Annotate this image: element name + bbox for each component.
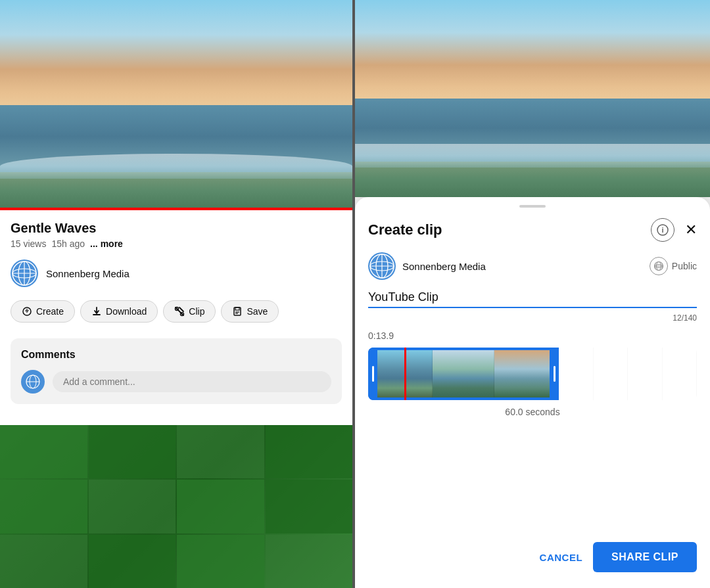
green-block-4 [266,425,353,478]
inactive-frame-2 [594,348,628,400]
modal-channel-left: Sonnenberg Media [368,252,486,280]
green-blocks [0,425,352,588]
share-clip-button[interactable]: SHARE CLIP [593,542,697,572]
comments-title: Comments [21,349,331,361]
timeline-bg [368,348,697,400]
modal-channel-avatar-icon [368,252,396,280]
channel-avatar[interactable] [11,260,38,287]
create-label: Create [36,306,64,317]
waves-left [0,154,352,179]
modal-channel-row: Sonnenberg Media Public [355,247,710,288]
comment-input-row [21,370,331,394]
create-icon [22,306,32,317]
create-clip-modal: Create clip i ✕ [355,197,710,588]
info-button[interactable]: i [651,218,674,242]
view-count: 15 views [11,238,46,249]
visibility-label: Public [672,261,697,271]
video-title: Gentle Waves [11,221,342,236]
green-block-5 [0,480,87,533]
right-panel: Create clip i ✕ [355,0,710,588]
save-icon [232,306,243,317]
green-block-12 [266,535,353,588]
timeline-frame-1 [371,350,433,397]
timeline-frames [371,350,556,397]
left-panel: Gentle Waves 15 views 15h ago ... more S… [0,0,355,588]
inactive-frame-1 [559,348,594,400]
svg-text:i: i [661,226,663,234]
upload-time: 15h ago [51,238,85,249]
handle-bar-left [372,366,374,382]
left-content: Gentle Waves 15 views 15h ago ... more S… [0,210,352,425]
download-label: Download [106,306,147,317]
clip-icon [174,306,185,317]
modal-header-icons: i ✕ [651,218,697,242]
timeline-left-handle[interactable] [368,348,377,400]
clip-timestamp: 0:13.9 [355,330,710,341]
timeline-right-handle[interactable] [550,348,559,400]
green-block-9 [0,535,87,588]
green-block-6 [89,480,176,533]
clip-title-wrapper [368,288,697,308]
green-block-2 [89,425,176,478]
svg-line-10 [179,307,183,311]
modal-header: Create clip i ✕ [355,208,710,247]
commenter-avatar-icon [25,374,41,390]
inactive-frame-4 [663,348,698,400]
modal-title: Create clip [368,221,442,238]
action-buttons: Create Download Clip [11,300,342,323]
video-meta: 15 views 15h ago ... more [11,238,342,249]
waves-right [355,144,710,168]
green-block-10 [89,535,176,588]
close-button[interactable]: ✕ [685,221,697,238]
channel-avatar-icon [11,260,38,287]
green-block-1 [0,425,87,478]
timeline-frame-3 [494,350,556,397]
timeline-active [368,348,559,400]
green-block-7 [177,480,264,533]
char-count: 12/140 [368,313,697,323]
save-button[interactable]: Save [221,300,279,323]
video-thumbnail-right[interactable] [355,0,710,197]
duration-label: 60.0 seconds [368,407,697,417]
handle-bar-right [554,366,556,382]
save-label: Save [247,306,268,317]
green-block-11 [177,535,264,588]
visibility-icon [650,257,668,275]
clip-title-input[interactable] [368,288,697,307]
timeline-frame-2 [433,350,494,397]
download-icon [91,306,102,317]
timeline-playhead [404,348,406,400]
modal-footer: CANCEL SHARE CLIP [355,529,710,588]
commenter-avatar [21,370,45,394]
timeline-inactive [559,348,697,400]
modal-channel-avatar [368,252,396,280]
info-icon: i [657,224,669,236]
clip-label: Clip [189,306,204,317]
more-link[interactable]: ... more [90,238,123,249]
channel-row: Sonnenberg Media [11,260,342,287]
progress-bar-left [0,208,352,210]
comments-section: Comments [11,338,342,404]
comment-input[interactable] [53,371,331,392]
video-thumbnail-left[interactable] [0,0,352,210]
channel-name-left: Sonnenberg Media [46,268,130,279]
timeline-scrubber[interactable] [368,348,697,400]
cancel-button[interactable]: CANCEL [540,552,583,563]
green-block-8 [266,480,353,533]
sky-bg-left [0,0,352,116]
visibility-row: Public [650,257,697,275]
modal-channel-name: Sonnenberg Media [402,261,486,272]
create-button[interactable]: Create [11,300,75,323]
green-block-3 [177,425,264,478]
globe-small-icon [653,261,664,271]
svg-line-7 [176,307,183,315]
inactive-frame-3 [628,348,663,400]
sky-bg-right [355,0,710,108]
download-button[interactable]: Download [80,300,158,323]
clip-button[interactable]: Clip [163,300,216,323]
